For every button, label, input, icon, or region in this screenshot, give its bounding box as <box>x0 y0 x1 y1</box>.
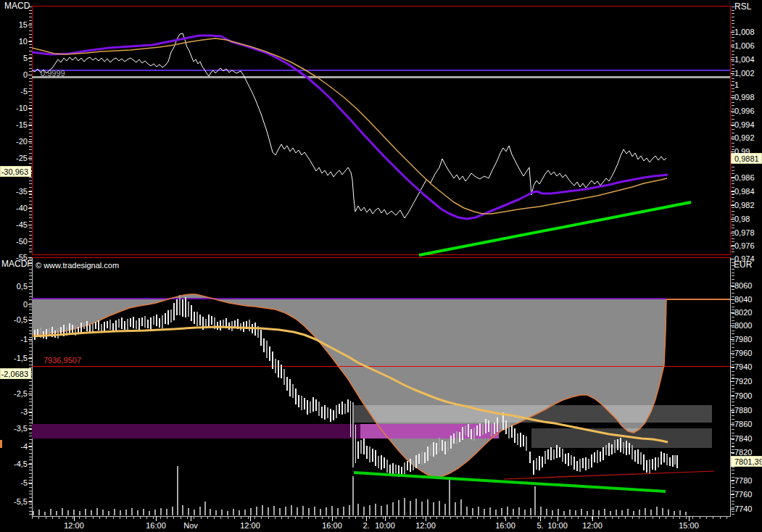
axis-tick-label: 8040 <box>734 295 752 304</box>
axis-tick-label: -1,5 <box>0 354 28 363</box>
axis-tick-label: -4,5 <box>0 460 28 469</box>
axis-tick-label: -20 <box>0 137 28 146</box>
time-axis-label: 16:00 <box>146 521 166 530</box>
axis-tick-label: 0 <box>0 300 28 309</box>
macd-current-value-badge: -30,963 <box>0 166 31 177</box>
axis-tick-label: -4 <box>0 442 28 452</box>
axis-tick-label: 0,994 <box>734 120 755 130</box>
axis-tick-label: -2,5 <box>0 389 28 399</box>
axis-tick-label: -5 <box>0 87 28 96</box>
axis-tick-label: -35 <box>0 187 28 196</box>
trading-chart-window: MACD RSL MACDF EUR © www.tradesignal.com… <box>0 0 762 532</box>
axis-tick-label: 0,996 <box>734 107 755 116</box>
axis-tick-label: 15 <box>0 20 28 30</box>
rsl-level-label: 0,9999 <box>41 69 65 78</box>
axis-tick-label: 7980 <box>734 335 752 344</box>
axis-tick-label: -40 <box>0 204 28 213</box>
axis-tick-label: 1,006 <box>734 41 755 51</box>
time-axis-label: 10:00 <box>547 521 568 530</box>
axis-tick-label: 0,5 <box>0 282 28 291</box>
time-axis-label: 10:00 <box>375 521 395 530</box>
axis-tick-label: -25 <box>0 154 28 163</box>
axis-tick-label: 0,982 <box>734 201 755 210</box>
axis-tick-label: 7880 <box>734 406 752 415</box>
axis-tick-label: 7840 <box>734 434 752 444</box>
axis-tick-label: 0,99 <box>734 147 750 157</box>
time-axis-label: 12:00 <box>415 521 436 530</box>
eur-current-value-badge: 7801,39 <box>731 456 762 467</box>
axis-tick-label: -5 <box>0 478 28 488</box>
axis-tick-label: 8000 <box>734 321 752 331</box>
axis-tick-label: 1,008 <box>734 28 755 37</box>
rsl-axis-title: RSL <box>734 2 751 12</box>
time-axis-label: 12:00 <box>240 521 260 530</box>
axis-tick-label: 8060 <box>734 281 752 291</box>
axis-tick-label: -5,5 <box>0 497 28 507</box>
axis-tick-label: 0,998 <box>734 93 755 102</box>
axis-tick-label: 1,004 <box>734 55 755 65</box>
axis-tick-label: 0,986 <box>734 173 755 183</box>
time-axis-label: 15:00 <box>679 521 699 530</box>
axis-tick-label: 7740 <box>734 504 752 514</box>
axis-tick-label: 0,976 <box>734 241 755 251</box>
axis-tick-label: -15 <box>0 120 28 130</box>
axis-tick-label: 0,992 <box>734 133 755 143</box>
axis-tick-label: -0,5 <box>0 315 28 325</box>
axis-tick-label: 0,974 <box>734 254 755 264</box>
axis-tick-label: 10 <box>0 37 28 46</box>
axis-tick-label: -55 <box>0 253 28 262</box>
time-axis-label: 2. <box>363 521 369 530</box>
axis-tick-label: -10 <box>0 104 28 113</box>
axis-tick-label: 7760 <box>734 490 752 499</box>
macdf-current-value-badge: -2,0683 <box>0 368 31 379</box>
time-axis-label: 5. <box>537 521 543 530</box>
axis-tick-label: -3 <box>0 407 28 417</box>
axis-tick-label: 1,002 <box>734 69 755 78</box>
axis-tick-label: 0,984 <box>734 187 755 196</box>
axis-tick-label: 7780 <box>734 476 752 486</box>
axis-tick-label: -45 <box>0 220 28 230</box>
price-level-label: 7936,9507 <box>44 356 81 365</box>
axis-tick-label: 7920 <box>734 377 752 386</box>
time-axis-label: 12:00 <box>582 521 602 530</box>
axis-tick-label: 7900 <box>734 391 752 401</box>
axis-tick-label: 7860 <box>734 420 752 429</box>
time-axis-label: 12:00 <box>64 521 84 530</box>
axis-tick-label: -1 <box>0 335 28 344</box>
time-axis-label: 16:00 <box>495 521 515 530</box>
axis-tick-label: 0,98 <box>734 215 750 224</box>
axis-tick-label: 7940 <box>734 362 752 372</box>
axis-tick-label: 0,978 <box>734 228 755 238</box>
axis-tick-label: 7820 <box>734 448 752 457</box>
axis-tick-label: 8020 <box>734 308 752 317</box>
macd-panel-title: MACD <box>4 1 30 11</box>
axis-tick-label: 1 <box>734 80 739 90</box>
axis-tick-label: 0 <box>0 70 28 80</box>
time-axis-label: 16:00 <box>322 521 342 530</box>
time-axis-label: Nov <box>183 521 198 530</box>
axis-tick-label: 7960 <box>734 349 752 358</box>
axis-tick-label: 5 <box>0 54 28 63</box>
axis-tick-label: -50 <box>0 237 28 246</box>
tradesignal-watermark: © www.tradesignal.com <box>36 261 119 270</box>
axis-tick-label: -3,5 <box>0 424 28 433</box>
